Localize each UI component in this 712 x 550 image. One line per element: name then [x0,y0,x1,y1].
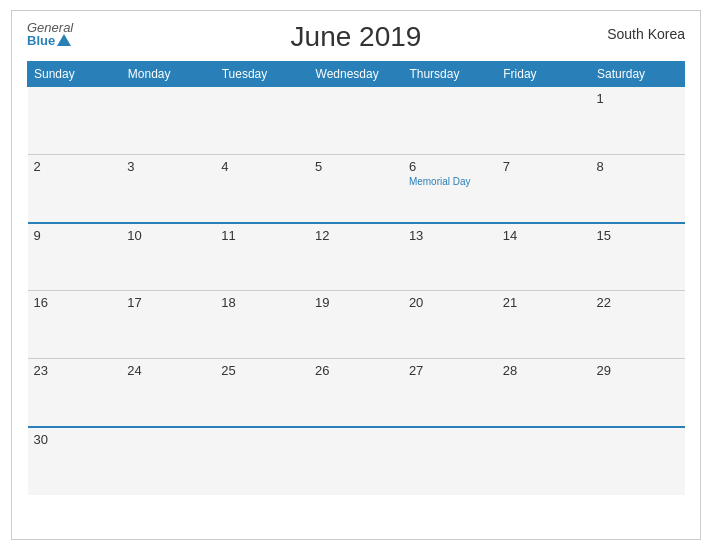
day-number: 21 [503,295,585,310]
week-row-5: 30 [28,427,685,495]
day-cell: 27 [403,359,497,427]
header-saturday: Saturday [591,62,685,87]
week-row-0: 1 [28,87,685,155]
day-cell: 29 [591,359,685,427]
day-number: 7 [503,159,585,174]
day-cell [403,87,497,155]
day-number: 10 [127,228,209,243]
day-cell: 15 [591,223,685,291]
day-cell [121,427,215,495]
day-number: 16 [34,295,116,310]
day-number: 26 [315,363,397,378]
day-cell: 11 [215,223,309,291]
header-sunday: Sunday [28,62,122,87]
week-row-3: 16171819202122 [28,291,685,359]
day-cell: 12 [309,223,403,291]
day-cell: 7 [497,155,591,223]
day-cell: 20 [403,291,497,359]
day-number: 29 [597,363,679,378]
day-cell: 21 [497,291,591,359]
day-header-row: Sunday Monday Tuesday Wednesday Thursday… [28,62,685,87]
day-cell [497,87,591,155]
header-wednesday: Wednesday [309,62,403,87]
day-cell: 23 [28,359,122,427]
calendar-header: General Blue June 2019 South Korea [27,21,685,53]
day-cell: 8 [591,155,685,223]
calendar-table: Sunday Monday Tuesday Wednesday Thursday… [27,61,685,495]
day-cell: 9 [28,223,122,291]
day-cell: 3 [121,155,215,223]
day-number: 8 [597,159,679,174]
day-number: 22 [597,295,679,310]
day-cell: 18 [215,291,309,359]
day-cell: 5 [309,155,403,223]
day-cell: 4 [215,155,309,223]
day-number: 3 [127,159,209,174]
day-number: 2 [34,159,116,174]
day-cell: 13 [403,223,497,291]
calendar-title: June 2019 [291,21,422,53]
day-cell: 2 [28,155,122,223]
day-cell: 28 [497,359,591,427]
day-number: 20 [409,295,491,310]
day-cell: 22 [591,291,685,359]
day-cell [121,87,215,155]
header-thursday: Thursday [403,62,497,87]
day-cell: 10 [121,223,215,291]
day-cell [28,87,122,155]
day-number: 24 [127,363,209,378]
day-number: 15 [597,228,679,243]
day-number: 28 [503,363,585,378]
country-label: South Korea [607,26,685,42]
logo-blue-text: Blue [27,34,73,47]
day-cell: 26 [309,359,403,427]
day-cell: 19 [309,291,403,359]
calendar-wrapper: General Blue June 2019 South Korea Sunda… [11,10,701,540]
day-cell [215,87,309,155]
day-cell: 14 [497,223,591,291]
day-number: 13 [409,228,491,243]
logo: General Blue [27,21,73,47]
day-number: 17 [127,295,209,310]
header-tuesday: Tuesday [215,62,309,87]
calendar-body: 123456Memorial Day7891011121314151617181… [28,87,685,495]
day-number: 19 [315,295,397,310]
day-cell [497,427,591,495]
day-number: 27 [409,363,491,378]
day-number: 6 [409,159,491,174]
day-cell: 30 [28,427,122,495]
day-cell: 6Memorial Day [403,155,497,223]
day-number: 5 [315,159,397,174]
logo-triangle-icon [57,34,71,46]
day-cell [309,87,403,155]
week-row-2: 9101112131415 [28,223,685,291]
header-friday: Friday [497,62,591,87]
day-number: 9 [34,228,116,243]
day-number: 30 [34,432,116,447]
week-row-4: 23242526272829 [28,359,685,427]
day-number: 14 [503,228,585,243]
day-cell [403,427,497,495]
day-cell: 16 [28,291,122,359]
day-cell [591,427,685,495]
holiday-label: Memorial Day [409,176,491,187]
header-monday: Monday [121,62,215,87]
day-number: 23 [34,363,116,378]
day-number: 18 [221,295,303,310]
day-number: 11 [221,228,303,243]
day-number: 4 [221,159,303,174]
day-cell [215,427,309,495]
day-cell: 24 [121,359,215,427]
day-number: 25 [221,363,303,378]
week-row-1: 23456Memorial Day78 [28,155,685,223]
day-cell: 1 [591,87,685,155]
day-number: 12 [315,228,397,243]
day-cell [309,427,403,495]
day-number: 1 [597,91,679,106]
day-cell: 25 [215,359,309,427]
day-cell: 17 [121,291,215,359]
